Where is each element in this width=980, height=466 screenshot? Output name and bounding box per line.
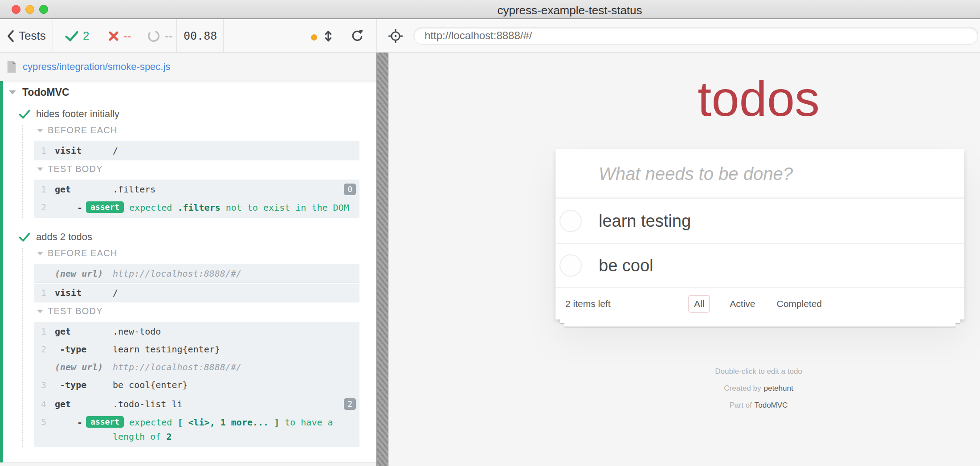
- test-detail: BEFORE EACH (new url) http://localhost:8…: [22, 248, 376, 447]
- selector-playground-button[interactable]: [388, 19, 403, 53]
- new-todo-input[interactable]: [555, 149, 964, 199]
- author-link[interactable]: petehunt: [764, 384, 793, 392]
- reporter-panel: cypress/integration/smoke-spec.js TodoMV…: [0, 53, 376, 466]
- items-left-count: 2 items left: [565, 298, 611, 309]
- before-each-section-toggle[interactable]: BEFORE EACH: [37, 125, 376, 135]
- command-block: 1 get .filters 0 2 -assertexpected.filte…: [34, 180, 359, 218]
- pending-circle-icon: [147, 29, 160, 43]
- test-detail: BEFORE EACH 1 visit / TEST BODY 1: [22, 125, 376, 218]
- command-args: .filters: [113, 183, 359, 196]
- command-number: 5: [34, 415, 46, 444]
- command-row-new-url[interactable]: (new url) http://localhost:8888/#/: [34, 265, 359, 282]
- todos-heading: todos: [698, 70, 820, 128]
- filter-all[interactable]: All: [688, 295, 710, 313]
- todo-label[interactable]: learn testing: [599, 212, 691, 231]
- command-row-assert[interactable]: 2 -assertexpected.filtersnot to exist in…: [34, 198, 359, 217]
- filter-completed[interactable]: Completed: [775, 295, 824, 313]
- command-row-assert[interactable]: 5 -assertexpected[ <li>, 1 more... ]to h…: [34, 413, 359, 446]
- todo-toggle-circle[interactable]: [559, 254, 582, 277]
- toolbar-separator: [53, 19, 53, 52]
- test-row-hides-footer[interactable]: hides footer initially: [19, 108, 376, 120]
- command-number: 3: [34, 378, 46, 392]
- command-number: 2: [34, 200, 46, 215]
- todoapp-card: learn testing be cool 2 items left All A…: [555, 149, 964, 319]
- before-each-section-toggle[interactable]: BEFORE EACH: [37, 248, 376, 258]
- suite-title: TodoMVC: [22, 86, 69, 98]
- test-title: hides footer initially: [36, 108, 119, 120]
- command-name: get: [55, 397, 113, 411]
- test-body-section-toggle[interactable]: TEST BODY: [37, 164, 376, 174]
- command-row-get[interactable]: 1 get .new-todo: [34, 323, 359, 340]
- command-args: be cool{enter}: [113, 378, 359, 392]
- todo-label[interactable]: be cool: [599, 256, 653, 275]
- test-body-section-toggle[interactable]: TEST BODY: [37, 306, 376, 316]
- command-args: /: [113, 144, 359, 157]
- element-count-badge: 0: [344, 184, 356, 195]
- minimize-window-button[interactable]: [25, 5, 34, 14]
- auto-scroll-dot-icon: [311, 34, 317, 41]
- test-passed-check-icon: [19, 109, 30, 119]
- collapse-caret-icon: [37, 168, 43, 171]
- command-row-visit[interactable]: 1 visit /: [34, 284, 359, 302]
- auto-scroll-toggle-button[interactable]: [323, 19, 334, 53]
- info-part-of: Part ofTodoMVC: [715, 401, 802, 409]
- card-stack-sheet: [564, 323, 956, 327]
- assert-badge: assert: [86, 416, 124, 428]
- command-name: get: [55, 325, 113, 338]
- todo-item: be cool: [555, 244, 964, 288]
- todo-footer: 2 items left All Active Completed: [555, 288, 964, 319]
- collapse-caret-icon: [9, 90, 16, 94]
- window-title: cypress-example-test-status: [497, 4, 642, 17]
- traffic-lights: [12, 5, 48, 14]
- pending-count: --: [165, 29, 172, 43]
- maximize-window-button[interactable]: [39, 5, 48, 14]
- command-row-get[interactable]: 1 get .filters 0: [34, 180, 359, 198]
- command-number: [34, 267, 46, 280]
- todomvc-link[interactable]: TodoMVC: [755, 401, 788, 409]
- spec-path-link[interactable]: cypress/integration/smoke-spec.js: [23, 61, 170, 73]
- command-row-get[interactable]: 4 get .todo-list li 2: [34, 395, 359, 413]
- command-row-visit[interactable]: 1 visit /: [34, 142, 359, 159]
- filters: All Active Completed: [688, 295, 824, 313]
- cypress-runner-window: cypress-example-test-status Tests 2 --: [0, 0, 980, 466]
- passed-test-border: [0, 81, 3, 462]
- card-stack-sheet: [560, 319, 960, 323]
- close-window-button[interactable]: [12, 5, 20, 14]
- test-row-adds-todos[interactable]: adds 2 todos: [19, 231, 376, 243]
- restart-tests-button[interactable]: [350, 19, 364, 53]
- element-count-badge: 2: [344, 398, 356, 410]
- app-info-footer: Double-click to edit a todo Created bype…: [715, 368, 802, 418]
- command-number: 1: [34, 144, 46, 157]
- passed-check-icon: [65, 30, 78, 42]
- test-passed-check-icon: [19, 232, 30, 242]
- panel-resize-divider[interactable]: [376, 53, 388, 466]
- command-name: -type: [55, 343, 113, 356]
- toolbar-separator: [376, 19, 377, 52]
- command-row-type[interactable]: 2 -type learn testing{enter}: [34, 340, 359, 358]
- suite-row-todomvc[interactable]: TodoMVC: [9, 86, 376, 98]
- spec-header: cypress/integration/smoke-spec.js: [0, 53, 376, 81]
- todo-item: learn testing: [555, 199, 964, 244]
- todo-toggle-circle[interactable]: [559, 210, 582, 232]
- command-row-type[interactable]: 3 -type be cool{enter}: [34, 376, 359, 394]
- command-row-new-url[interactable]: (new url) http://localhost:8888/#/: [34, 358, 359, 376]
- command-name: -type: [55, 378, 113, 392]
- test-title: adds 2 todos: [36, 231, 92, 243]
- filter-active[interactable]: Active: [728, 295, 757, 313]
- command-name: get: [55, 183, 113, 196]
- command-log: TodoMVC hides footer initially BEFORE EA…: [0, 81, 376, 462]
- collapse-caret-icon: [37, 252, 43, 255]
- back-chevron-icon: [6, 30, 15, 42]
- command-name: visit: [55, 286, 113, 299]
- back-to-tests-button[interactable]: Tests: [6, 19, 46, 53]
- command-args: http://localhost:8888/#/: [113, 267, 359, 280]
- info-created-by: Created bypetehunt: [715, 384, 802, 392]
- collapse-caret-icon: [37, 310, 43, 313]
- command-block: 1 visit /: [34, 141, 359, 160]
- passed-count: 2: [83, 29, 89, 43]
- assert-badge: assert: [86, 201, 124, 213]
- command-number: 1: [34, 325, 46, 338]
- collapse-caret-icon: [37, 129, 43, 132]
- app-url-input[interactable]: [413, 27, 978, 45]
- command-number: [34, 360, 46, 374]
